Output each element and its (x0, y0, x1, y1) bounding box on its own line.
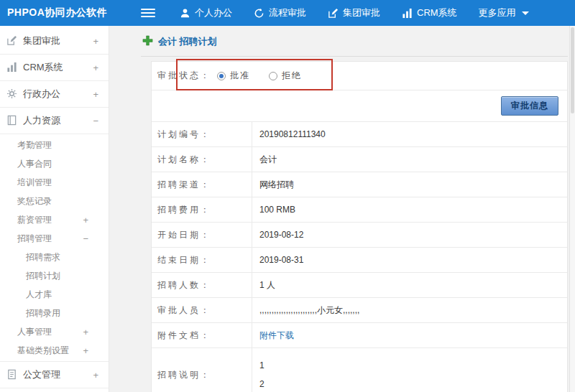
sidebar-item-admin-office[interactable]: 行政办公 + (0, 81, 109, 108)
sidebar-item-document[interactable]: 公文管理 + (0, 362, 109, 388)
page-header: 会计 招聘计划 (141, 35, 568, 57)
sidebar-item-salary[interactable]: 薪资管理+ (0, 210, 109, 229)
approval-status-row: 审批状态： 批准 拒绝 (152, 62, 567, 90)
description-line: 2 (259, 375, 264, 392)
field-label: 计划名称： (152, 147, 252, 172)
nav-group-approval[interactable]: 集团审批 (328, 6, 380, 19)
edit-icon (328, 8, 339, 19)
radio-option-reject[interactable]: 拒绝 (269, 70, 302, 82)
radio-option-approve[interactable]: 批准 (217, 70, 250, 82)
sidebar-item-hr-contract[interactable]: 人事合同 (0, 154, 109, 173)
sidebar-item-training[interactable]: 培训管理 (0, 173, 109, 192)
field-value: 附件下载 (252, 323, 567, 347)
sidebar-item-crm[interactable]: CRM系统 + (0, 55, 109, 81)
field-label: 计划编号： (152, 122, 252, 146)
sidebar-item-group-approval[interactable]: 集团审批 + (0, 28, 109, 55)
menu-toggle-icon[interactable] (141, 6, 155, 19)
field-label: 招聘人数： (152, 273, 252, 297)
chart-icon (402, 8, 413, 19)
nav-more-apps[interactable]: 更多应用 (479, 6, 529, 19)
page-title: 会计 招聘计划 (158, 35, 217, 48)
field-value: 2019-08-12 (252, 223, 567, 247)
field-label: 审批人员： (152, 298, 252, 322)
expand-icon[interactable]: + (93, 62, 98, 73)
sidebar-item-hr[interactable]: 人力资源 − (0, 108, 109, 134)
attachment-download-link[interactable]: 附件下载 (259, 330, 294, 342)
expand-icon[interactable]: + (83, 215, 88, 225)
sidebar-item-attendance[interactable]: 考勤管理 (0, 136, 109, 154)
sidebar-item-recruitment[interactable]: 招聘管理− (0, 229, 109, 248)
field-label: 招聘说明： (152, 348, 252, 392)
approval-info-button[interactable]: 审批信息 (501, 96, 558, 116)
field-row-approvers: 审批人员： ,,,,,,,,,,,,,,,,,,,,,,,,小元女,,,,,,, (152, 298, 567, 323)
field-value: 1 人 (252, 273, 567, 297)
sidebar-item-base-category[interactable]: 基础类别设置+ (0, 341, 109, 360)
field-row-plan-no: 计划编号： 20190812111340 (152, 122, 567, 147)
sidebar-item-recruit-plan[interactable]: 招聘计划 (0, 266, 109, 285)
main-content: 会计 招聘计划 审批状态： 批准 拒绝 审批信息 (109, 26, 575, 392)
field-label: 结束日期： (152, 248, 252, 272)
plus-icon (142, 35, 153, 48)
button-row: 审批信息 (152, 90, 567, 122)
field-label: 招聘渠道： (152, 172, 252, 197)
expand-icon[interactable]: + (93, 370, 98, 381)
radio-approve[interactable] (217, 72, 226, 80)
sidebar-item-vehicle[interactable]: 用车管理 + (0, 388, 109, 392)
radio-reject[interactable] (269, 72, 277, 80)
sidebar-item-recruit-hire[interactable]: 招聘录用 (0, 304, 109, 322)
expand-icon[interactable]: + (93, 36, 98, 47)
edit-icon (6, 35, 18, 47)
field-label: 招聘费用： (152, 197, 252, 222)
description-line: 1 (259, 356, 264, 375)
field-row-plan-name: 计划名称： 会计 (152, 147, 567, 172)
nav-process-approval[interactable]: 流程审批 (254, 6, 306, 19)
gear-icon (6, 88, 18, 100)
nav-crm[interactable]: CRM系统 (402, 6, 457, 19)
sidebar: 集团审批 + CRM系统 + 行政办公 + 人力资源 − 考勤管理 人事合同 培… (0, 26, 109, 392)
sidebar-item-recruit-demand[interactable]: 招聘需求 (0, 248, 109, 266)
hr-submenu: 考勤管理 人事合同 培训管理 奖惩记录 薪资管理+ 招聘管理− 招聘需求 招聘计… (0, 134, 109, 362)
field-value: 会计 (252, 147, 567, 172)
sidebar-item-personnel[interactable]: 人事管理+ (0, 322, 109, 341)
doc-icon (6, 369, 18, 381)
nav-personal-office[interactable]: 个人办公 (180, 6, 232, 19)
expand-icon[interactable]: + (93, 89, 98, 100)
field-label: 附件文档： (152, 323, 252, 347)
field-row-channel: 招聘渠道： 网络招聘 (152, 172, 567, 197)
scrollbar-thumb[interactable] (571, 27, 574, 113)
field-row-headcount: 招聘人数： 1 人 (152, 273, 567, 298)
field-row-attachment: 附件文档： 附件下载 (152, 323, 567, 348)
field-row-end-date: 结束日期： 2019-08-31 (152, 248, 567, 273)
field-row-cost: 招聘费用： 100 RMB (152, 197, 567, 223)
field-label: 审批状态： (157, 70, 211, 82)
approval-radio-group: 批准 拒绝 (217, 70, 302, 82)
field-value: 2019-08-31 (252, 248, 567, 272)
vertical-scrollbar[interactable] (569, 26, 575, 392)
field-value: 100 RMB (252, 197, 567, 222)
top-navbar: PHPOA协同办公软件 个人办公 流程审批 集团审批 CRM系统 更多应用 (0, 0, 575, 26)
app-logo: PHPOA协同办公软件 (0, 6, 141, 19)
person-icon (180, 8, 190, 19)
field-row-description: 招聘说明： 1 2 (152, 348, 567, 392)
expand-icon[interactable]: + (83, 327, 88, 337)
collapse-icon[interactable]: − (83, 233, 88, 244)
book-icon (6, 115, 18, 126)
field-row-start-date: 开始日期： 2019-08-12 (152, 223, 567, 248)
sidebar-item-rewards[interactable]: 奖惩记录 (0, 192, 109, 210)
caret-down-icon (522, 11, 529, 15)
approval-form: 审批状态： 批准 拒绝 审批信息 计划编号： 20190812111 (151, 61, 568, 392)
process-icon (254, 8, 264, 19)
expand-icon[interactable]: + (83, 345, 88, 356)
collapse-icon[interactable]: − (93, 116, 98, 126)
sidebar-item-talent-pool[interactable]: 人才库 (0, 285, 109, 304)
field-value: 1 2 (252, 348, 567, 392)
field-label: 开始日期： (152, 223, 252, 247)
field-value: 20190812111340 (252, 122, 567, 146)
field-value: ,,,,,,,,,,,,,,,,,,,,,,,,小元女,,,,,,, (252, 298, 567, 322)
chart-icon (6, 62, 18, 73)
field-value: 网络招聘 (252, 172, 567, 197)
